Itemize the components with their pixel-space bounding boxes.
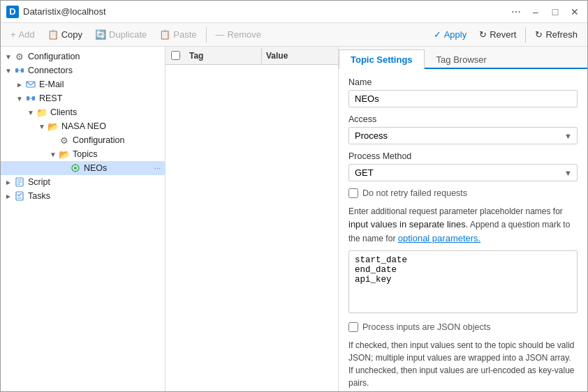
app-title: Dataristix@localhost bbox=[23, 6, 509, 17]
revert-icon: ↻ bbox=[479, 29, 487, 40]
refresh-icon: ↻ bbox=[535, 29, 543, 40]
window-controls: ⋯ – □ ✕ bbox=[509, 5, 582, 19]
sidebar-item-label: Tasks bbox=[28, 191, 50, 201]
sidebar-item-label: E-Mail bbox=[39, 80, 64, 89]
expand-arrow: ▼ bbox=[3, 67, 13, 75]
svg-rect-4 bbox=[17, 70, 22, 71]
sidebar-item-label: NEOs bbox=[84, 163, 107, 173]
minimize-button[interactable]: – bbox=[529, 5, 543, 19]
add-button[interactable]: + Add bbox=[5, 26, 41, 44]
paste-button[interactable]: 📋 Paste bbox=[154, 26, 202, 44]
remove-button[interactable]: — Remove bbox=[210, 26, 267, 44]
sidebar-item-clients[interactable]: ▼ 📁 Clients bbox=[1, 105, 165, 119]
process-method-label: Process Method bbox=[348, 151, 578, 161]
separator-2 bbox=[525, 27, 526, 43]
expand-arrow: ► bbox=[3, 193, 13, 200]
tag-col-tag: Tag bbox=[185, 48, 262, 63]
access-select-wrapper: Process Read Write ▼ bbox=[348, 127, 578, 144]
copy-button[interactable]: 📋 Copy bbox=[42, 26, 88, 44]
sidebar-item-label: Configuration bbox=[73, 135, 124, 145]
script-icon bbox=[13, 176, 26, 188]
copy-icon: 📋 bbox=[47, 29, 59, 40]
rest-icon bbox=[24, 93, 37, 104]
sidebar-item-tasks[interactable]: ► Tasks bbox=[1, 189, 165, 203]
revert-button[interactable]: ↻ Revert bbox=[473, 26, 522, 44]
title-bar: D Dataristix@localhost ⋯ – □ ✕ bbox=[1, 1, 587, 23]
sidebar-item-topics[interactable]: ▼ 📂 Topics bbox=[1, 147, 165, 161]
refresh-button[interactable]: ↻ Refresh bbox=[529, 26, 583, 44]
name-input[interactable] bbox=[348, 90, 578, 107]
process-method-select[interactable]: GET POST PUT DELETE bbox=[348, 164, 578, 181]
tabs-header: Topic Settings Tag Browser bbox=[339, 47, 587, 69]
sidebar-item-connectors[interactable]: ▼ Connectors bbox=[1, 63, 165, 77]
sidebar-item-label: NASA NEO bbox=[61, 121, 106, 131]
param-info-text: Enter additional request parameter place… bbox=[348, 205, 578, 245]
sidebar-item-email[interactable]: ► E-Mail bbox=[1, 77, 165, 91]
tasks-icon bbox=[13, 190, 26, 202]
sidebar-item-configuration[interactable]: ▼ ⚙ Configuration bbox=[1, 50, 165, 63]
folder-open-icon: 📂 bbox=[58, 149, 71, 160]
process-inputs-checkbox[interactable] bbox=[348, 322, 358, 332]
connector-icon bbox=[13, 65, 26, 76]
expand-arrow: ▼ bbox=[3, 53, 13, 61]
app-icon: D bbox=[6, 6, 19, 18]
expand-arrow: ► bbox=[3, 179, 13, 186]
remove-icon: — bbox=[216, 29, 225, 40]
gear-icon: ⚙ bbox=[13, 51, 26, 62]
apply-icon: ✓ bbox=[434, 29, 441, 40]
sidebar: ▼ ⚙ Configuration ▼ Connectors ► E-Mail … bbox=[1, 47, 166, 392]
sidebar-item-label: Topics bbox=[73, 149, 97, 159]
close-button[interactable]: ✕ bbox=[568, 5, 582, 19]
topic-icon bbox=[69, 163, 82, 174]
add-icon: + bbox=[10, 29, 16, 40]
more-options-icon[interactable]: ··· bbox=[154, 164, 165, 172]
tag-col-value: Value bbox=[262, 48, 338, 63]
separator-1 bbox=[206, 27, 207, 43]
expand-arrow: ▼ bbox=[37, 123, 47, 130]
sidebar-item-script[interactable]: ► Script bbox=[1, 175, 165, 189]
name-label: Name bbox=[348, 77, 578, 87]
sidebar-item-nasa-configuration[interactable]: ► ⚙ Configuration bbox=[1, 133, 165, 147]
topic-settings-panel: Name Access Process Read Write ▼ Process… bbox=[339, 69, 587, 392]
svg-rect-8 bbox=[29, 98, 33, 99]
tag-header: Tag Value bbox=[166, 47, 338, 65]
duplicate-button[interactable]: 🔄 Duplicate bbox=[89, 26, 152, 44]
svg-point-10 bbox=[74, 167, 77, 169]
select-all-checkbox-col[interactable] bbox=[166, 51, 185, 60]
sidebar-item-nasa-neo[interactable]: ▼ 📂 NASA NEO bbox=[1, 119, 165, 133]
sidebar-item-label: Connectors bbox=[28, 66, 73, 75]
process-method-select-wrapper: GET POST PUT DELETE ▼ bbox=[348, 164, 578, 181]
sidebar-item-label: Clients bbox=[50, 107, 77, 117]
expand-arrow: ► bbox=[15, 81, 24, 89]
access-label: Access bbox=[348, 114, 578, 124]
sidebar-item-label: REST bbox=[39, 93, 62, 103]
process-inputs-label: Process inputs are JSON objects bbox=[362, 322, 490, 332]
select-all-checkbox[interactable] bbox=[171, 51, 180, 60]
maximize-button[interactable]: □ bbox=[548, 5, 562, 19]
sidebar-item-label: Configuration bbox=[28, 52, 80, 61]
gear-icon: ⚙ bbox=[58, 135, 71, 146]
do-not-retry-checkbox[interactable] bbox=[348, 188, 358, 198]
sidebar-item-neos[interactable]: ► NEOs ··· bbox=[1, 161, 165, 175]
process-inputs-info-text: If checked, then input values sent to th… bbox=[348, 339, 578, 389]
tag-body bbox=[166, 65, 338, 392]
expand-arrow: ▼ bbox=[15, 95, 24, 103]
sidebar-item-rest[interactable]: ▼ REST bbox=[1, 91, 165, 105]
access-select[interactable]: Process Read Write bbox=[348, 127, 578, 144]
do-not-retry-row: Do not retry failed requests bbox=[348, 188, 578, 198]
tab-tag-browser[interactable]: Tag Browser bbox=[425, 50, 499, 69]
more-options-button[interactable]: ⋯ bbox=[509, 5, 523, 19]
svg-rect-15 bbox=[16, 192, 23, 200]
expand-arrow: ▼ bbox=[48, 151, 58, 158]
duplicate-icon: 🔄 bbox=[95, 29, 106, 40]
right-panel: Topic Settings Tag Browser Name Access P… bbox=[339, 47, 587, 392]
svg-text:D: D bbox=[9, 6, 15, 17]
main-layout: ▼ ⚙ Configuration ▼ Connectors ► E-Mail … bbox=[1, 47, 587, 392]
email-icon bbox=[24, 79, 37, 90]
paste-icon: 📋 bbox=[159, 29, 170, 40]
apply-button[interactable]: ✓ Apply bbox=[428, 26, 473, 44]
param-textarea[interactable]: start_date end_date api_key bbox=[348, 250, 578, 313]
tab-topic-settings[interactable]: Topic Settings bbox=[339, 50, 425, 69]
tag-panel: Tag Value bbox=[166, 47, 339, 392]
sidebar-item-label: Script bbox=[28, 177, 50, 187]
